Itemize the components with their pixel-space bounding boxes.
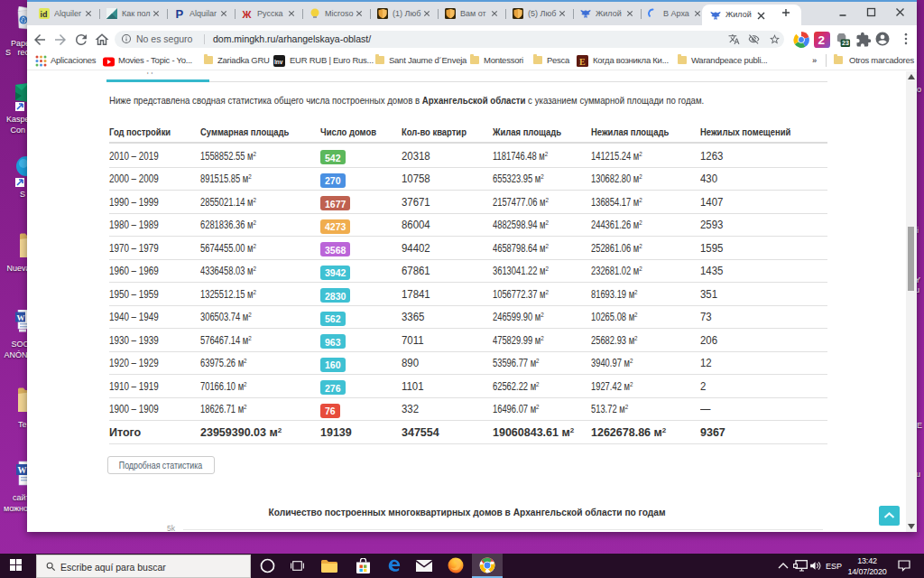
svg-text:W: W [17,313,25,322]
svg-text:W: W [18,465,27,475]
